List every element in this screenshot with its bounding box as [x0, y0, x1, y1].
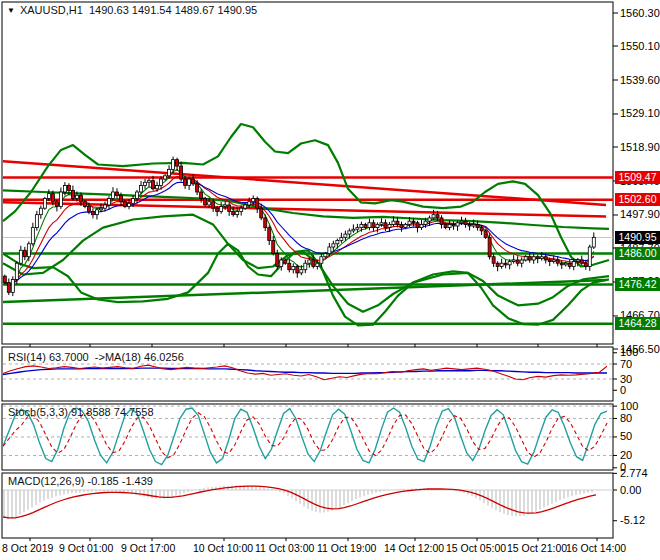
macd-axis-tick: 0.00 [620, 484, 641, 496]
time-axis-label: 11 Oct 19:00 [317, 542, 387, 554]
price-badge: 1464.28 [615, 317, 660, 330]
time-axis-label: 8 Oct 2019 [2, 542, 53, 554]
rsi-axis-tick: 0 [620, 384, 626, 396]
stoch-axis-tick: 80 [620, 412, 632, 424]
ohlc-legend-text: XAUUSD,H1 1490.63 1491.54 1489.67 1490.9… [20, 4, 257, 16]
macd-pane-label: MACD(12,26,9) -0.185 -1.439 [8, 475, 153, 487]
chart-legend: ▼XAUUSD,H1 1490.63 1491.54 1489.67 1490.… [7, 4, 257, 16]
time-axis-label: 9 Oct 01:00 [59, 542, 129, 554]
price-badge: 1486.00 [615, 247, 660, 260]
stoch-axis-tick: 50 [620, 430, 632, 442]
symbol-dropdown-icon[interactable]: ▼ [7, 6, 15, 15]
macd-axis-tick: 2.774 [620, 467, 648, 479]
price-axis-tick: 1550.10 [620, 40, 660, 52]
stoch-axis-tick: 20 [620, 449, 632, 461]
time-axis-label: 10 Oct 10:00 [193, 542, 263, 554]
stoch-pane-label: Stoch(5,3,3) 91.8588 74.7558 [8, 406, 154, 418]
time-axis-label: 14 Oct 12:00 [384, 542, 454, 554]
price-axis-tick: 1497.90 [620, 208, 660, 220]
time-axis-label: 9 Oct 17:00 [121, 542, 191, 554]
rsi-axis-tick: 70 [620, 358, 632, 370]
price-axis-tick: 1518.90 [620, 141, 660, 153]
rsi-axis-tick: 100 [620, 346, 638, 358]
price-axis-tick: 1529.10 [620, 107, 660, 119]
price-axis-tick: 1539.60 [620, 74, 660, 86]
time-axis-label: 16 Oct 14:00 [566, 542, 636, 554]
chart-window: ▼XAUUSD,H1 1490.63 1491.54 1489.67 1490.… [0, 0, 660, 560]
price-badge: 1490.95 [615, 231, 660, 244]
rsi-pane-label: RSI(14) 63.7000 ->MA(18) 46.0256 [8, 351, 184, 363]
price-axis-tick: 1560.30 [620, 7, 660, 19]
time-axis-label: 15 Oct 05:00 [446, 542, 516, 554]
rsi-axis-tick: 30 [620, 373, 632, 385]
price-badge: 1476.42 [615, 278, 660, 291]
time-axis-label: 11 Oct 03:00 [255, 542, 325, 554]
macd-axis-tick: -5.12 [620, 514, 645, 526]
stoch-axis-tick: 100 [620, 400, 638, 412]
price-badge: 1502.60 [615, 193, 660, 206]
price-badge: 1509.47 [615, 171, 660, 184]
